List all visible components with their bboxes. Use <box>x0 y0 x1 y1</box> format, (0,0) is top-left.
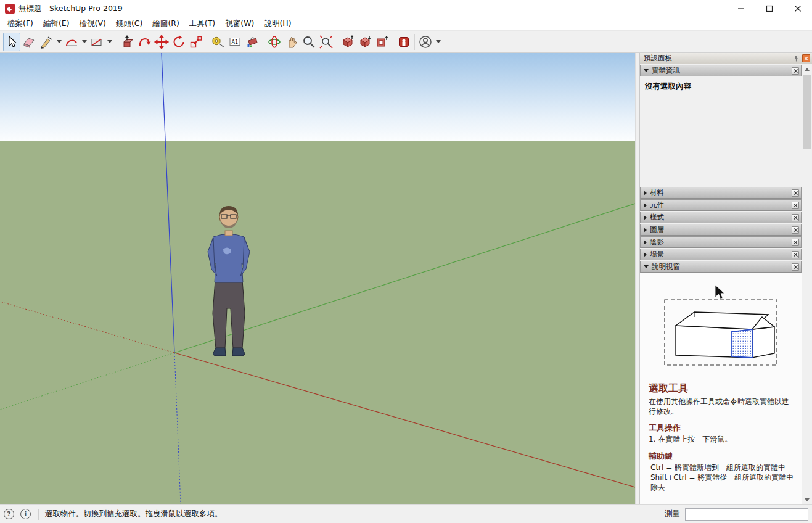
chevron-right-icon <box>644 215 647 220</box>
section-header-materials[interactable]: 材料 <box>640 187 802 199</box>
instructor-operation-step: 1. 在實體上按一下滑鼠。 <box>649 434 794 444</box>
section-label: 陰影 <box>650 237 792 247</box>
instructor-title: 選取工具 <box>649 382 794 395</box>
statusbar: ? i 選取物件。切換到擴充選取。拖曳滑鼠以選取多項。 測量 <box>0 504 812 523</box>
section-label: 樣式 <box>650 213 792 222</box>
chevron-down-icon <box>644 69 649 72</box>
panel-scrollbar[interactable] <box>802 64 812 504</box>
maximize-button[interactable] <box>755 0 784 17</box>
zoom-extents-button[interactable] <box>318 33 335 51</box>
share-model-button[interactable] <box>339 33 356 51</box>
close-icon <box>793 191 798 196</box>
minimize-button[interactable] <box>727 0 755 17</box>
instructor-modifier-ctrl: Ctrl = 將實體新增到一組所選取的實體中 <box>649 463 794 472</box>
arrow-down-icon <box>805 498 810 501</box>
section-header-instructor[interactable]: 說明視窗 <box>640 261 802 273</box>
measurements-input[interactable] <box>685 508 808 521</box>
extension-warehouse-button[interactable] <box>395 33 412 51</box>
panel-splitter[interactable] <box>635 53 639 504</box>
menu-file[interactable]: 檔案(F) <box>2 17 38 31</box>
toolbar-separator <box>335 34 339 50</box>
section-close-button[interactable] <box>792 214 799 221</box>
line-tool-dropdown[interactable] <box>55 33 63 51</box>
ground-plane <box>0 141 635 504</box>
close-icon <box>793 265 798 270</box>
close-icon <box>793 228 798 233</box>
tray-close-button[interactable] <box>802 54 810 62</box>
pan-tool-button[interactable] <box>283 33 300 51</box>
shapes-tool-dropdown[interactable] <box>105 33 113 51</box>
zoom-tool-button[interactable] <box>300 33 318 51</box>
chevron-right-icon <box>644 240 647 245</box>
entity-info-content: 沒有選取內容 <box>640 76 802 186</box>
section-close-button[interactable] <box>792 251 799 258</box>
orbit-tool-button[interactable] <box>266 33 283 51</box>
scroll-down-button[interactable] <box>802 495 812 504</box>
rotate-tool-button[interactable] <box>170 33 187 51</box>
paint-bucket-tool-button[interactable] <box>244 33 261 51</box>
statusbar-separator <box>38 509 39 520</box>
arc-tool-dropdown[interactable] <box>80 33 88 51</box>
section-label: 元件 <box>650 200 792 210</box>
push-pull-tool-button[interactable] <box>118 33 136 51</box>
tape-measure-tool-button[interactable] <box>209 33 226 51</box>
close-icon <box>804 56 809 61</box>
line-tool-button[interactable] <box>38 33 55 51</box>
measurements-label: 測量 <box>665 509 680 519</box>
instructor-modifier-heading: 輔助鍵 <box>649 451 794 462</box>
follow-me-tool-button[interactable] <box>136 33 153 51</box>
sky <box>0 53 635 141</box>
svg-text:A1: A1 <box>232 39 239 44</box>
section-header-styles[interactable]: 樣式 <box>640 212 802 223</box>
share-component-button[interactable] <box>374 33 391 51</box>
toolbar-separator <box>391 34 395 50</box>
chevron-down-icon <box>82 40 87 43</box>
section-header-scenes[interactable]: 場景 <box>640 249 802 260</box>
shapes-tool-button[interactable] <box>88 33 105 51</box>
menu-edit[interactable]: 編輯(E) <box>38 17 75 31</box>
menu-camera[interactable]: 鏡頭(C) <box>111 17 147 31</box>
menu-draw[interactable]: 繪圖(R) <box>147 17 184 31</box>
arc-tool-button[interactable] <box>63 33 80 51</box>
instructor-content: 選取工具 在使用其他操作工具或命令時選取實體以進行修改。 工具操作 1. 在實體… <box>640 273 802 504</box>
chevron-down-icon <box>436 40 441 43</box>
info-icon[interactable]: i <box>20 509 31 519</box>
section-header-entity-info[interactable]: 實體資訊 <box>640 65 802 76</box>
text-tool-button[interactable]: A1 <box>226 33 244 51</box>
menu-help[interactable]: 說明(H) <box>259 17 296 31</box>
scroll-up-button[interactable] <box>802 64 812 74</box>
instructor-modifier-shift-ctrl: Shift+Ctrl = 將實體從一組所選取的實體中除去 <box>649 472 794 492</box>
scale-tool-button[interactable] <box>187 33 205 51</box>
chevron-right-icon <box>644 252 647 257</box>
section-close-button[interactable] <box>792 202 799 209</box>
section-close-button[interactable] <box>792 263 799 271</box>
section-header-shadows[interactable]: 陰影 <box>640 236 802 248</box>
scrollbar-track[interactable] <box>802 74 812 495</box>
select-tool-button[interactable] <box>3 33 20 51</box>
account-button[interactable] <box>417 33 434 51</box>
window-controls <box>727 0 812 17</box>
section-close-button[interactable] <box>792 239 799 246</box>
menu-window[interactable]: 視窗(W) <box>220 17 259 31</box>
menu-view[interactable]: 檢視(V) <box>75 17 111 31</box>
chevron-down-icon <box>107 40 112 43</box>
move-tool-button[interactable] <box>153 33 170 51</box>
instructor-illustration <box>656 281 785 374</box>
chevron-down-icon <box>57 40 62 43</box>
main-area: 預設面板 實體資訊 沒有選取內容 <box>0 53 812 504</box>
pin-icon[interactable] <box>792 54 800 62</box>
close-button[interactable] <box>784 0 812 17</box>
menu-tools[interactable]: 工具(T) <box>184 17 220 31</box>
section-header-components[interactable]: 元件 <box>640 199 802 211</box>
eraser-tool-button[interactable] <box>20 33 38 51</box>
section-close-button[interactable] <box>792 67 799 75</box>
help-icon[interactable]: ? <box>4 509 14 519</box>
section-close-button[interactable] <box>792 226 799 234</box>
section-header-layers[interactable]: 圖層 <box>640 224 802 236</box>
section-close-button[interactable] <box>792 189 799 197</box>
get-models-button[interactable] <box>356 33 374 51</box>
account-dropdown[interactable] <box>434 33 442 51</box>
viewport-canvas[interactable] <box>0 53 635 504</box>
scrollbar-thumb[interactable] <box>803 75 811 149</box>
arrow-up-icon <box>805 68 810 71</box>
